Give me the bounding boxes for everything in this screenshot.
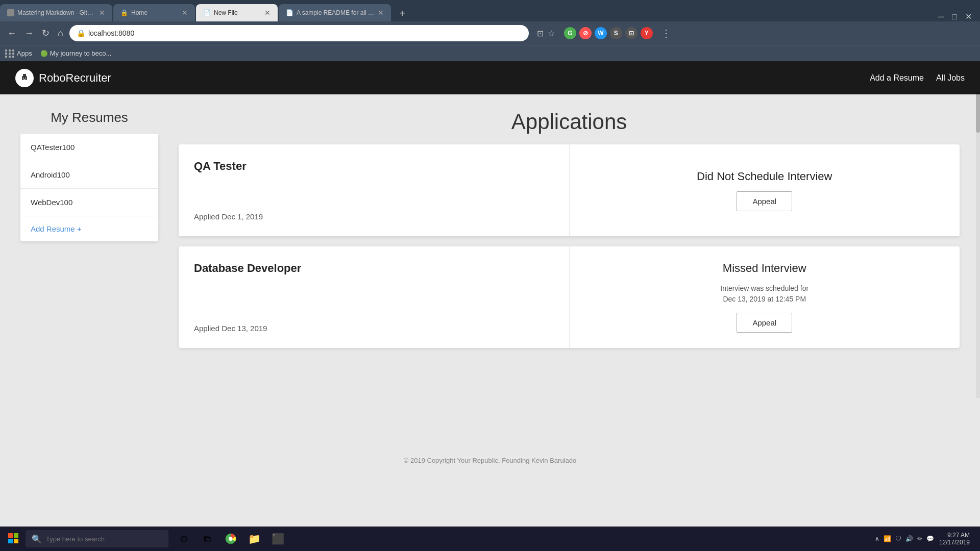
add-resume-button[interactable]: Add Resume + [20,216,158,241]
tab-3-close[interactable]: ✕ [264,9,271,17]
card-2-left: Database Developer Applied Dec 13, 2019 [179,246,570,348]
bookmarks-bar: Apps 🟢 My journey to beco... [0,45,980,61]
card-1-job-title: QA Tester [194,160,554,173]
bookmark-favicon: 🟢 [40,50,48,57]
add-resume-nav-link[interactable]: Add a Resume [870,73,924,83]
card-2-job-title: Database Developer [194,262,554,275]
forward-button[interactable]: → [22,26,36,41]
journey-bookmark[interactable]: 🟢 My journey to beco... [40,49,112,57]
applications-title: Applications [179,110,960,134]
card-2-applied-date: Applied Dec 13, 2019 [194,324,554,333]
maximize-button[interactable]: □ [952,12,957,21]
address-bar-icons: ⊡ ☆ [537,29,555,38]
main-content: My Resumes QATester100 Android100 WebDev… [0,94,980,452]
resume-item-2[interactable]: Android100 [20,161,158,189]
tab-4-title: A sample README for all your Gi... [297,9,375,16]
svg-point-3 [26,78,27,79]
url-input[interactable] [88,29,522,37]
ext-cast-icon[interactable]: ⊡ [625,27,638,39]
home-button[interactable]: ⌂ [56,26,65,41]
reload-button[interactable]: ↻ [40,26,52,41]
card-1-status: Did Not Schedule Interview [697,170,832,183]
new-tab-button[interactable]: + [394,5,410,21]
all-jobs-nav-link[interactable]: All Jobs [936,73,965,83]
svg-rect-4 [23,79,26,80]
sidebar: My Resumes QATester100 Android100 WebDev… [20,110,158,436]
tab-3[interactable]: 📄 New File ✕ [196,4,278,21]
applications-section: Applications QA Tester Applied Dec 1, 20… [179,110,960,436]
scroll-thumb[interactable] [976,92,980,133]
tab-4-close[interactable]: ✕ [378,9,384,17]
card-2-right: Missed Interview Interview was scheduled… [570,246,960,348]
ext-red-icon[interactable]: ⊘ [579,27,592,39]
tab-1-title: Mastering Markdown · GitHub G... [17,9,96,16]
tab-4[interactable]: 📄 A sample README for all your Gi... ✕ [279,4,391,21]
resume-list: QATester100 Android100 WebDev100 Add Res… [20,134,158,241]
card-2-status: Missed Interview [723,262,806,275]
tab-1-close[interactable]: ✕ [99,9,105,17]
appeal-button-1[interactable]: Appeal [737,191,792,211]
close-window-button[interactable]: ✕ [965,12,972,21]
browser-extensions: G ⊘ W S ⊡ Y [564,27,653,39]
browser-menu-icon[interactable]: ⋮ [661,27,671,39]
tab-1-favicon [7,9,14,16]
card-2-status-detail: Interview was scheduled forDec 13, 2019 … [720,283,808,305]
tab-2-title: Home [131,9,179,16]
tab-2-close[interactable]: ✕ [182,9,188,17]
resume-item-3[interactable]: WebDev100 [20,189,158,216]
nav-links: Add a Resume All Jobs [870,73,965,83]
minimize-button[interactable]: ─ [938,12,944,21]
svg-point-2 [23,78,24,79]
tab-2-favicon: 🔒 [120,9,128,16]
brand-name: RoboRecruiter [39,71,111,85]
bookmark-star-icon[interactable]: ☆ [548,29,555,38]
ext-s-icon[interactable]: S [610,27,622,39]
sidebar-title: My Resumes [20,110,158,126]
cast-icon[interactable]: ⊡ [537,29,544,38]
tab-4-favicon: 📄 [286,9,293,16]
apps-grid-icon [5,49,15,58]
robot-icon [15,69,34,87]
ext-google-icon[interactable]: G [564,27,576,39]
address-bar[interactable]: 🔒 [69,25,529,41]
card-1-applied-date: Applied Dec 1, 2019 [194,212,554,221]
page-footer: © 2019 Copyright Your Republic. Founding… [0,452,980,469]
back-button[interactable]: ← [5,26,18,41]
card-1-left: QA Tester Applied Dec 1, 2019 [179,144,570,236]
footer-text: © 2019 Copyright Your Republic. Founding… [404,457,576,464]
apps-bookmark[interactable]: Apps [5,49,32,58]
tab-2[interactable]: 🔒 Home ✕ [113,4,195,21]
scrollbar[interactable] [976,92,980,398]
application-card-2: Database Developer Applied Dec 13, 2019 … [179,246,960,348]
application-card-1: QA Tester Applied Dec 1, 2019 Did Not Sc… [179,144,960,236]
ext-user-icon[interactable]: Y [641,27,653,39]
tab-1[interactable]: Mastering Markdown · GitHub G... ✕ [0,4,112,21]
card-1-right: Did Not Schedule Interview Appeal [570,144,960,236]
tab-3-title: New File [214,9,261,16]
ext-w-icon[interactable]: W [595,27,607,39]
appeal-button-2[interactable]: Appeal [737,313,792,333]
tab-3-favicon: 📄 [203,9,211,16]
lock-icon: 🔒 [77,29,85,37]
app-navbar: RoboRecruiter Add a Resume All Jobs [0,61,980,94]
address-bar-row: ← → ↻ ⌂ 🔒 ⊡ ☆ G ⊘ W S ⊡ Y ⋮ [0,21,980,45]
bookmark-label: My journey to beco... [50,49,112,57]
robot-svg [18,72,31,84]
app-logo[interactable]: RoboRecruiter [15,69,111,87]
apps-label: Apps [17,49,32,57]
resume-item-1[interactable]: QATester100 [20,134,158,161]
